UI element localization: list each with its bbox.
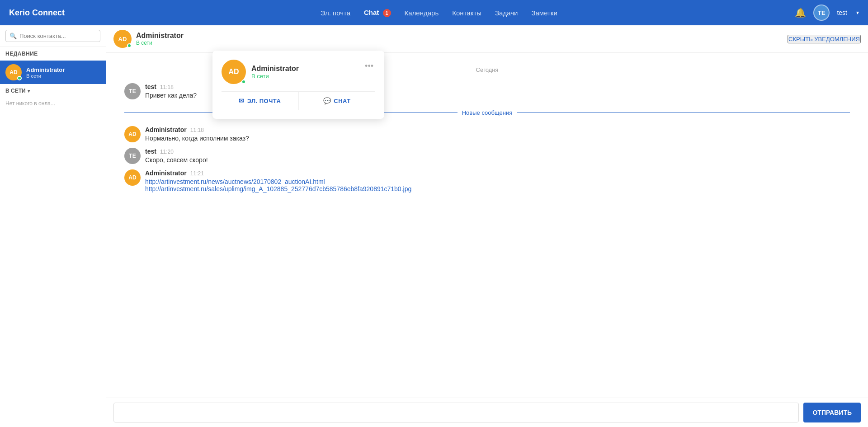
chat-header-info: Administrator В сети bbox=[136, 32, 184, 46]
message-link-1[interactable]: http://artinvestment.ru/news/auctnews/20… bbox=[145, 178, 411, 185]
popup-name: Administrator bbox=[251, 65, 299, 73]
popup-info: Administrator В сети bbox=[251, 65, 299, 80]
chat-contact-name: Administrator bbox=[136, 32, 184, 40]
avatar: TE bbox=[124, 148, 141, 164]
table-row: TE test 11:20 Скоро, совсем скоро! bbox=[124, 148, 850, 164]
message-text: Нормально, когда исполним заказ? bbox=[145, 135, 249, 142]
input-area: ОТПРАВИТЬ bbox=[106, 398, 868, 427]
online-section[interactable]: В СЕТИ ▾ bbox=[0, 84, 106, 98]
recent-section-label: НЕДАВНИЕ bbox=[0, 47, 106, 61]
message-text: Скоро, совсем скоро! bbox=[145, 156, 208, 164]
message-content: Administrator 11:21 http://artinvestment… bbox=[145, 169, 411, 192]
user-avatar-header[interactable]: TE bbox=[813, 5, 830, 21]
main-nav: Эл. почта Chat 1 Календарь Контакты Зада… bbox=[83, 9, 795, 17]
message-text: Привет как дела? bbox=[145, 92, 197, 99]
contact-status: В сети bbox=[26, 73, 65, 79]
popup-header: AD Administrator В сети ••• bbox=[222, 60, 375, 84]
search-input[interactable] bbox=[19, 33, 96, 39]
contact-popup: AD Administrator В сети ••• ✉ ЭЛ. ПОЧТА bbox=[212, 51, 384, 119]
popup-email-button[interactable]: ✉ ЭЛ. ПОЧТА bbox=[222, 92, 299, 110]
list-item[interactable]: AD Administrator В сети bbox=[0, 61, 106, 84]
no-online-text: Нет никого в онла... bbox=[0, 98, 106, 109]
bell-icon[interactable]: 🔔 bbox=[795, 7, 806, 18]
message-header: test 11:18 bbox=[145, 83, 197, 90]
nav-notes[interactable]: Заметки bbox=[531, 9, 557, 17]
chat-icon: 💬 bbox=[323, 97, 331, 104]
nav-contacts[interactable]: Контакты bbox=[452, 9, 481, 17]
nav-email[interactable]: Эл. почта bbox=[321, 9, 350, 17]
message-sender: test bbox=[145, 148, 156, 155]
new-messages-label: Новые сообщения bbox=[462, 109, 513, 116]
search-box: 🔍 bbox=[0, 25, 106, 47]
header-right: 🔔 TE test ▾ bbox=[795, 5, 859, 21]
chat-badge: 1 bbox=[383, 9, 391, 17]
message-time: 11:18 bbox=[160, 84, 174, 90]
avatar: AD bbox=[124, 126, 141, 142]
popup-chat-button[interactable]: 💬 СНАТ bbox=[299, 92, 376, 110]
nav-chat[interactable]: Chat 1 bbox=[364, 9, 391, 17]
chat-area: AD Administrator В сети СКРЫТЬ УВЕДОМЛЕН… bbox=[106, 25, 868, 427]
chat-header: AD Administrator В сети СКРЫТЬ УВЕДОМЛЕН… bbox=[106, 25, 868, 53]
nav-tasks[interactable]: Задачи bbox=[495, 9, 518, 17]
chat-header-left: AD Administrator В сети bbox=[113, 30, 184, 48]
send-button[interactable]: ОТПРАВИТЬ bbox=[803, 403, 861, 422]
contact-popup-overlay: AD Administrator В сети ••• ✉ ЭЛ. ПОЧТА bbox=[212, 51, 384, 119]
message-time: 11:18 bbox=[190, 127, 204, 133]
search-wrapper: 🔍 bbox=[5, 30, 100, 42]
chat-online-dot bbox=[127, 43, 132, 48]
avatar: AD bbox=[5, 64, 22, 80]
message-sender: Administrator bbox=[145, 169, 187, 177]
online-dot bbox=[17, 76, 22, 80]
nav-calendar[interactable]: Календарь bbox=[405, 9, 439, 17]
sidebar: 🔍 НЕДАВНИЕ AD Administrator В сети В СЕТ… bbox=[0, 25, 106, 427]
email-icon: ✉ bbox=[239, 97, 245, 104]
app-logo: Kerio Connect bbox=[9, 8, 65, 18]
popup-avatar: AD bbox=[222, 60, 246, 84]
avatar: AD bbox=[124, 169, 141, 186]
message-header: Administrator 11:21 bbox=[145, 169, 411, 177]
message-time: 11:21 bbox=[190, 170, 204, 177]
avatar: TE bbox=[124, 83, 141, 99]
table-row: AD Administrator 11:18 Нормально, когда … bbox=[124, 126, 850, 142]
hide-notifications-button[interactable]: СКРЫТЬ УВЕДОМЛЕНИЯ bbox=[788, 35, 861, 43]
message-content: test 11:18 Привет как дела? bbox=[145, 83, 197, 99]
message-sender: Administrator bbox=[145, 126, 187, 133]
message-header: Administrator 11:18 bbox=[145, 126, 249, 133]
chat-contact-status: В сети bbox=[136, 40, 184, 46]
popup-avatar-info: AD Administrator В сети bbox=[222, 60, 299, 84]
popup-status: В сети bbox=[251, 73, 299, 80]
message-content: test 11:20 Скоро, совсем скоро! bbox=[145, 148, 208, 164]
message-link-2[interactable]: http://artinvestment.ru/sales/uplimg/img… bbox=[145, 185, 411, 192]
chat-header-avatar: AD bbox=[113, 30, 132, 48]
main-container: 🔍 НЕДАВНИЕ AD Administrator В сети В СЕТ… bbox=[0, 25, 868, 427]
message-header: test 11:20 bbox=[145, 148, 208, 155]
contact-info: Administrator В сети bbox=[26, 66, 65, 79]
table-row: AD Administrator 11:21 http://artinvestm… bbox=[124, 169, 850, 192]
popup-online-dot bbox=[241, 80, 246, 84]
popup-actions: ✉ ЭЛ. ПОЧТА 💬 СНАТ bbox=[222, 91, 375, 110]
chevron-icon: ▾ bbox=[28, 89, 30, 94]
new-messages-line-right bbox=[517, 113, 850, 113]
chevron-down-icon[interactable]: ▾ bbox=[856, 9, 859, 16]
contact-name: Administrator bbox=[26, 66, 65, 73]
search-icon: 🔍 bbox=[9, 33, 17, 39]
message-input[interactable] bbox=[113, 403, 799, 422]
message-content: Administrator 11:18 Нормально, когда исп… bbox=[145, 126, 249, 142]
app-header: Kerio Connect Эл. почта Chat 1 Календарь… bbox=[0, 0, 868, 25]
user-name-header[interactable]: test bbox=[837, 9, 847, 16]
message-time: 11:20 bbox=[160, 149, 174, 155]
popup-menu-icon[interactable]: ••• bbox=[363, 60, 375, 73]
message-sender: test bbox=[145, 83, 156, 90]
